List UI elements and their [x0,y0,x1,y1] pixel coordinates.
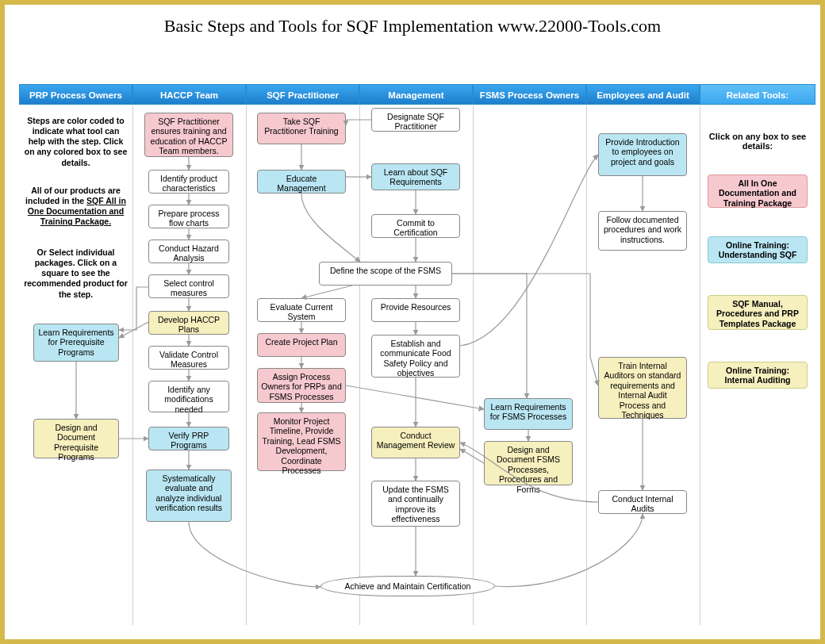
emp-follow[interactable]: Follow documented procedures and work in… [598,211,687,251]
lane-fsms: FSMS Process Owners [473,84,586,105]
lane-emp: Employees and Audit Team [586,84,700,105]
lane-haccp: HACCP Team [132,84,246,105]
haccp-sys[interactable]: Systematically evaluate and analyze indi… [146,470,232,522]
intro-p1: Steps are color coded to indicate what t… [24,116,128,168]
mgmt-review[interactable]: Conduct Management Review [371,427,460,458]
sqf-assign[interactable]: Assign Process Owners for PRPs and FSMS … [257,368,346,403]
sqf-plan[interactable]: Create Project Plan [257,333,346,357]
mgmt-desig[interactable]: Designate SQF Practitioner [371,108,460,132]
prp-learn[interactable]: Learn Requirements for Prerequisite Prog… [33,324,119,362]
haccp-hazard[interactable]: Conduct Hazard Analysis [148,240,229,263]
emp-intro[interactable]: Provide Introduction to employees on pro… [598,133,687,176]
haccp-dev[interactable]: Develop HACCP Plans [148,311,229,335]
intro-p3: Or Select individual packages. Click on … [24,247,128,300]
emp-audit[interactable]: Conduct Internal Audits [598,490,687,514]
mgmt-policy[interactable]: Establish and communicate Food Safety Po… [371,335,460,378]
mgmt-scope[interactable]: Define the scope of the FSMS [319,262,452,286]
sqf-take[interactable]: Take SQF Practitioner Training [257,113,346,144]
ellipse-achieve[interactable]: Achieve and Maintain Certification [320,576,495,596]
mgmt-commit[interactable]: Commit to Certification [371,214,460,238]
haccp-train[interactable]: SQF Practitioner ensures training and ed… [144,113,233,157]
tool-allinone[interactable]: All In One Documentation and Training Pa… [708,174,808,208]
lane-mgmt: Management [359,84,473,105]
haccp-valid[interactable]: Validate Control Measures [148,346,229,370]
sqf-edu[interactable]: Educate Management [257,170,346,194]
haccp-verify[interactable]: Verify PRP Programs [148,427,229,450]
emp-train[interactable]: Train Internal Auditors on standard requ… [598,357,687,419]
tool-manual[interactable]: SQF Manual, Procedures and PRP Templates… [708,295,808,330]
lane-sqf: SQF Practitioner [246,84,359,105]
haccp-flow[interactable]: Prepare process flow charts [148,205,229,228]
haccp-mods[interactable]: Identify any modifications needed [148,381,229,412]
tools-hdr: Click on any box to see details: [708,132,808,151]
prp-design[interactable]: Design and Document Prerequisite Program… [33,419,119,458]
sqf-monitor[interactable]: Monitor Project Timeline, Provide Traini… [257,412,346,471]
lane-prp: PRP Process Owners [19,84,132,105]
mgmt-res[interactable]: Provide Resources [371,298,460,322]
mgmt-update[interactable]: Update the FSMS and continually improve … [371,481,460,527]
haccp-select[interactable]: Select control measures [148,274,229,298]
fsms-design[interactable]: Design and Document FSMS Processes, Proc… [484,441,573,485]
intro-p2: All of our products are included in the … [24,186,128,228]
page-title: Basic Steps and Tools for SQF Implementa… [5,5,820,41]
tool-online-understanding[interactable]: Online Training: Understanding SQF [708,236,808,263]
mgmt-learn[interactable]: Learn about SQF Requirements [371,163,460,190]
tool-online-audit[interactable]: Online Training: Internal Auditing [708,362,808,389]
lane-tools: Related Tools: [700,84,815,105]
haccp-ident[interactable]: Identify product characteristics [148,170,229,194]
swimlane-area: PRP Process Owners HACCP Team SQF Practi… [19,84,806,625]
fsms-learn[interactable]: Learn Requirements for FSMS Processes [484,398,573,430]
sqf-eval[interactable]: Evaluate Current System [257,298,346,322]
